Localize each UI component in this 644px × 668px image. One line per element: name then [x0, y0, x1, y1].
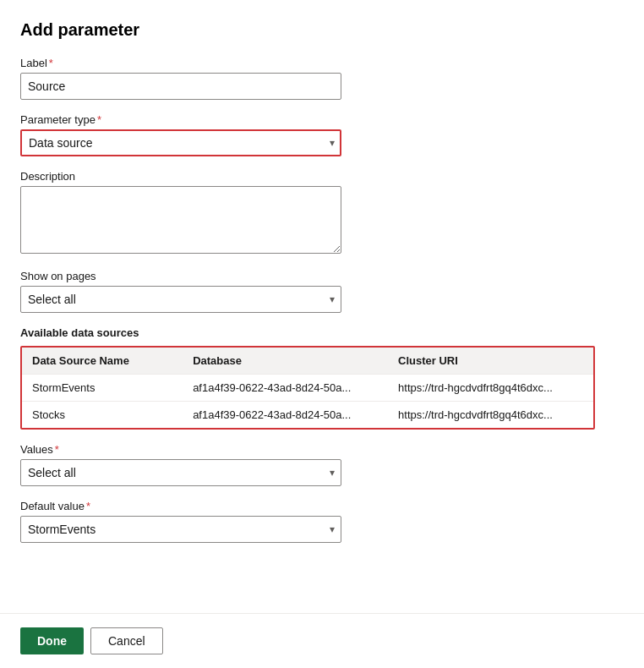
default-value-label-text: Default value	[20, 500, 85, 512]
parameter-type-field-group: Parameter type* Data source Text Number …	[20, 113, 352, 156]
row-1-cluster-uri: https://trd-hgcdvdfrt8gq4t6dxc...	[388, 402, 593, 429]
parameter-type-select[interactable]: Data source Text Number Date	[20, 129, 341, 156]
col-header-name: Data Source Name	[22, 348, 183, 375]
description-field-group: Description	[20, 170, 352, 256]
default-value-field-group: Default value* StormEvents Stocks ▾	[20, 500, 352, 543]
default-value-select[interactable]: StormEvents Stocks	[20, 516, 341, 543]
col-header-cluster-uri: Cluster URI	[388, 348, 593, 375]
show-on-pages-select[interactable]: Select all	[20, 286, 341, 313]
data-sources-table: Data Source Name Database Cluster URI St…	[22, 348, 593, 428]
values-label-text: Values	[20, 443, 53, 456]
description-input[interactable]	[20, 186, 341, 254]
label-field-label: Label*	[20, 57, 352, 69]
available-data-sources-label: Available data sources	[20, 326, 624, 339]
done-button[interactable]: Done	[20, 627, 84, 654]
label-text: Label	[20, 57, 47, 69]
description-label-text: Description	[20, 170, 75, 183]
values-field-group: Values* Select all StormEvents Stocks ▾	[20, 443, 352, 486]
show-on-pages-select-wrapper: Select all ▾	[20, 286, 341, 313]
data-table-wrapper: Data Source Name Database Cluster URI St…	[20, 346, 595, 430]
row-0-database: af1a4f39-0622-43ad-8d24-50a...	[183, 375, 388, 402]
row-0-cluster-uri: https://trd-hgcdvdfrt8gq4t6dxc...	[388, 375, 593, 402]
dialog-title: Add parameter	[20, 20, 352, 40]
show-on-pages-label-text: Show on pages	[20, 270, 96, 282]
row-0-name: StormEvents	[22, 375, 183, 402]
table-header-row: Data Source Name Database Cluster URI	[22, 348, 593, 375]
values-select[interactable]: Select all StormEvents Stocks	[20, 459, 341, 486]
show-on-pages-label: Show on pages	[20, 270, 352, 282]
available-data-sources-section: Available data sources Data Source Name …	[0, 326, 644, 430]
table-row[interactable]: Stocks af1a4f39-0622-43ad-8d24-50a... ht…	[22, 402, 593, 429]
label-field-group: Label*	[20, 57, 352, 100]
footer: Done Cancel	[0, 613, 644, 668]
row-1-name: Stocks	[22, 402, 183, 429]
parameter-type-required-star: *	[97, 113, 101, 126]
cancel-button[interactable]: Cancel	[90, 627, 163, 654]
values-required-star: *	[55, 443, 59, 456]
values-select-wrapper: Select all StormEvents Stocks ▾	[20, 459, 341, 486]
default-value-required-star: *	[86, 500, 90, 512]
show-on-pages-field-group: Show on pages Select all ▾	[20, 270, 352, 313]
parameter-type-text: Parameter type	[20, 113, 96, 126]
default-value-select-wrapper: StormEvents Stocks ▾	[20, 516, 341, 543]
table-row[interactable]: StormEvents af1a4f39-0622-43ad-8d24-50a.…	[22, 375, 593, 402]
col-header-database: Database	[183, 348, 388, 375]
parameter-type-label: Parameter type*	[20, 113, 352, 126]
parameter-type-select-wrapper: Data source Text Number Date ▾	[20, 129, 341, 156]
description-label: Description	[20, 170, 352, 183]
label-required-star: *	[49, 57, 53, 69]
default-value-label: Default value*	[20, 500, 352, 512]
row-1-database: af1a4f39-0622-43ad-8d24-50a...	[183, 402, 388, 429]
values-label: Values*	[20, 443, 352, 456]
label-input[interactable]	[20, 73, 341, 100]
